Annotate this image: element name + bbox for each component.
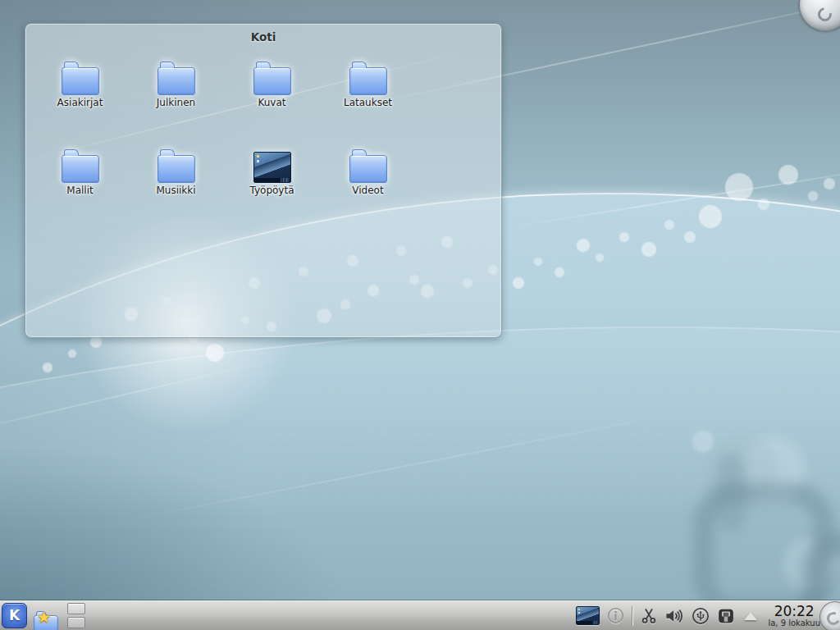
folder-item-kuvat[interactable]: Kuvat (224, 44, 320, 130)
desktop-screen-icon (253, 152, 291, 183)
panel-toolbox-button[interactable] (819, 601, 840, 630)
digital-clock[interactable]: 20:22 la, 9 lokakuu (768, 604, 820, 628)
folder-view-grid: Asiakirjat Julkinen Kuvat Lataukset Mall… (32, 44, 416, 217)
folder-icon (349, 67, 387, 95)
application-launcher-button[interactable]: K (2, 603, 27, 628)
star-icon: ★ (37, 606, 51, 628)
usb-device-icon[interactable] (692, 607, 710, 625)
folder-icon (253, 67, 291, 95)
folder-item-mallit[interactable]: Mallit (32, 132, 128, 217)
folder-item-label: Videot (352, 185, 383, 196)
folder-icon (349, 155, 387, 183)
folder-item-label: Musiikki (156, 185, 195, 196)
folder-view-widget: Koti Asiakirjat Julkinen Kuvat Lataukset… (25, 23, 502, 338)
clock-date: la, 9 lokakuu (768, 619, 820, 628)
virtual-desktop-pager (67, 603, 85, 628)
folder-item-asiakirjat[interactable]: Asiakirjat (32, 44, 128, 130)
desktop-preview-icon[interactable] (576, 606, 600, 625)
folder-item-label: Kuvat (258, 97, 285, 108)
folder-item-musiikki[interactable]: Musiikki (128, 132, 224, 217)
folder-item-label: Mallit (66, 185, 93, 196)
folder-icon (62, 67, 99, 95)
folder-item-tyopoyta[interactable]: Työpöytä (224, 132, 320, 217)
folder-item-label: Lataukset (344, 97, 392, 108)
printer-icon[interactable] (717, 607, 735, 625)
pager-desktop-2[interactable] (67, 617, 85, 628)
tray-separator (632, 606, 633, 626)
system-tray (576, 606, 759, 626)
volume-icon[interactable] (664, 607, 684, 625)
folder-item-label: Työpöytä (249, 185, 294, 196)
folder-view-shortcut-button[interactable]: ★ (31, 604, 59, 628)
folder-item-label: Asiakirjat (57, 97, 103, 108)
info-icon[interactable] (607, 607, 624, 624)
folder-item-lataukset[interactable]: Lataukset (320, 44, 416, 130)
clipboard-scissors-icon[interactable] (641, 607, 657, 625)
folder-item-label: Julkinen (157, 97, 195, 108)
folder-view-title: Koti (25, 30, 501, 43)
pager-desktop-1[interactable] (67, 603, 85, 614)
clock-time: 20:22 (774, 604, 815, 619)
folder-icon (158, 155, 195, 183)
up-arrow-icon[interactable] (744, 612, 757, 620)
plasma-toolbox-icon (825, 610, 840, 628)
taskbar-panel: K ★ (0, 600, 840, 630)
folder-item-julkinen[interactable]: Julkinen (128, 44, 224, 130)
folder-item-videot[interactable]: Videot (320, 132, 416, 217)
plasma-toolbox-icon (815, 5, 835, 25)
folder-icon (62, 155, 99, 183)
folder-icon (158, 67, 195, 95)
kde-desktop: { "desktop": { "folder_view": { "title":… (0, 0, 840, 630)
kde-menu-icon: K (9, 609, 20, 623)
